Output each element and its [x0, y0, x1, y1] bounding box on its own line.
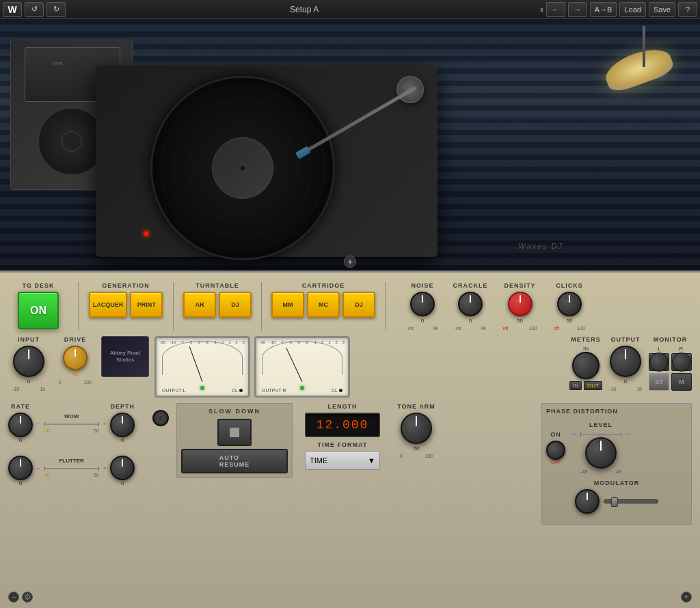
- print-button[interactable]: PRINT: [130, 292, 163, 318]
- density-knob[interactable]: [508, 292, 533, 316]
- input-min: -18: [12, 387, 19, 391]
- crackle-label: CRACKLE: [453, 282, 488, 289]
- drive-knob[interactable]: [63, 346, 88, 370]
- bottom-settings-button[interactable]: ⚙: [22, 592, 33, 603]
- crackle-knob[interactable]: [458, 292, 483, 316]
- wow-range-max: 50: [94, 428, 99, 433]
- phase-level-label: LEVEL: [589, 422, 612, 428]
- crackle-value: 0: [469, 318, 472, 324]
- undo-button[interactable]: ↺: [25, 2, 44, 17]
- vu-meter-left: -20-10-7-5-3-2-10123 OUTPUT L CL: [154, 336, 250, 398]
- load-button[interactable]: Load: [619, 2, 645, 17]
- meters-in-button[interactable]: IN: [569, 381, 582, 390]
- meters-out-button[interactable]: OUT: [584, 381, 602, 390]
- density-range-labels: off 100: [503, 326, 537, 331]
- crackle-max: 48: [481, 326, 486, 331]
- vu-cl-left: CL: [232, 388, 243, 393]
- mm-button[interactable]: MM: [271, 292, 304, 318]
- clicks-knob[interactable]: [557, 292, 582, 316]
- monitor-m-button[interactable]: M: [671, 373, 692, 391]
- cartridge-label: CARTRIDGE: [302, 282, 345, 289]
- ar-button[interactable]: AR: [183, 292, 216, 318]
- time-format-select[interactable]: TIME ▼: [305, 451, 380, 470]
- bottom-plus-button[interactable]: +: [681, 592, 692, 603]
- auto-resume-label: AUTORESUME: [219, 454, 250, 468]
- lamp-shade: [601, 42, 675, 94]
- add-button[interactable]: +: [344, 255, 356, 268]
- divider-2: [173, 282, 174, 331]
- flutter-range-max: 50: [94, 473, 99, 478]
- clicks-max: 100: [577, 326, 585, 331]
- cl-dot-left: [239, 389, 243, 392]
- flutter-rate-knob[interactable]: [8, 456, 33, 480]
- turntable-label: TURNTABLE: [196, 282, 239, 289]
- time-format-section: TIME FORMAT TIME ▼: [298, 441, 387, 470]
- lamp-pole: [643, 26, 645, 67]
- tone-arm-min: 0: [400, 454, 403, 458]
- density-section: DENSITY 50 off 100: [498, 282, 542, 331]
- spindle-hole: [240, 165, 245, 171]
- next-button[interactable]: →: [568, 2, 587, 17]
- length-display: 12.000: [305, 413, 380, 437]
- turntable-dj-button[interactable]: DJ: [219, 292, 252, 318]
- redo-button[interactable]: ↻: [46, 2, 66, 17]
- emblem-center: [158, 415, 163, 421]
- ab-button[interactable]: A→B: [590, 2, 617, 17]
- generation-buttons: LACQUER PRINT: [89, 292, 163, 318]
- crackle-range-labels: -int 48: [455, 326, 486, 331]
- prev-button[interactable]: ←: [546, 2, 565, 17]
- flutter-minus: −: [37, 465, 40, 471]
- phase-dist-controls: ON OFF LEVEL — — -48 48: [546, 422, 687, 474]
- cartridge-dj-button[interactable]: DJ: [342, 292, 375, 318]
- mc-button[interactable]: MC: [307, 292, 340, 318]
- slow-down-section: SLOW DOWN AUTORESUME: [176, 403, 293, 478]
- noise-label: NOISE: [411, 282, 433, 289]
- help-button[interactable]: ?: [678, 2, 697, 17]
- wow-depth-knob-section: DEPTH 0: [110, 403, 135, 443]
- clicks-value: 50: [567, 318, 573, 324]
- stop-button[interactable]: [217, 419, 252, 446]
- top-bar: W ↺ ↻ Setup A x ← → A→B Load Save ?: [0, 0, 700, 19]
- density-max: 100: [529, 326, 537, 331]
- modulator-slider[interactable]: [604, 499, 658, 503]
- save-button[interactable]: Save: [649, 2, 675, 17]
- vu-needle-left: [189, 346, 203, 382]
- divider-1: [78, 282, 79, 331]
- drive-min: 0: [59, 380, 62, 385]
- crackle-section: CRACKLE 0 -int 48: [450, 282, 491, 331]
- monitor-r-knob[interactable]: [671, 353, 692, 371]
- auto-resume-button[interactable]: AUTORESUME: [181, 449, 288, 473]
- bottom-left-controls: − ⚙: [8, 592, 33, 603]
- input-section: INPUT 0 -18 18: [8, 336, 49, 391]
- meters-in-knob[interactable]: [572, 352, 600, 379]
- density-label: DENSITY: [504, 282, 535, 289]
- noise-section: NOISE 0 -int 48: [402, 282, 443, 331]
- monitor-l-knob[interactable]: [649, 353, 669, 371]
- noise-knob[interactable]: [410, 292, 435, 316]
- lacquer-button[interactable]: LACQUER: [89, 292, 128, 318]
- rate-knob[interactable]: [8, 413, 33, 437]
- emblem: [152, 410, 169, 426]
- output-knob[interactable]: [610, 346, 641, 377]
- clicks-label: CLICKS: [556, 282, 583, 289]
- wow-label-section: WOW − + off 50: [37, 413, 106, 433]
- tone-arm-knob[interactable]: [401, 413, 432, 444]
- phase-on-toggle[interactable]: [546, 441, 565, 460]
- wow-range-values: off 50: [44, 428, 99, 433]
- cl-dot-right: [339, 389, 342, 392]
- input-knob[interactable]: [13, 346, 44, 377]
- turntable-base: [96, 66, 438, 257]
- input-range-labels: -18 18: [12, 387, 45, 391]
- flutter-depth-knob[interactable]: [110, 456, 135, 480]
- on-button[interactable]: ON: [18, 292, 59, 329]
- bottom-minus-button[interactable]: −: [8, 592, 19, 603]
- waves-logo-button[interactable]: W: [3, 2, 22, 17]
- wow-depth-knob[interactable]: [110, 413, 135, 437]
- phase-level-knob[interactable]: [585, 437, 617, 469]
- monitor-st-button[interactable]: ST: [649, 373, 669, 391]
- turntable-section: TURNTABLE AR DJ: [183, 282, 252, 318]
- vu-green-indicator-left: [200, 386, 204, 390]
- flutter-range-row: − +: [37, 465, 106, 471]
- wow-label: WOW: [64, 413, 79, 419]
- modulator-knob[interactable]: [575, 489, 600, 514]
